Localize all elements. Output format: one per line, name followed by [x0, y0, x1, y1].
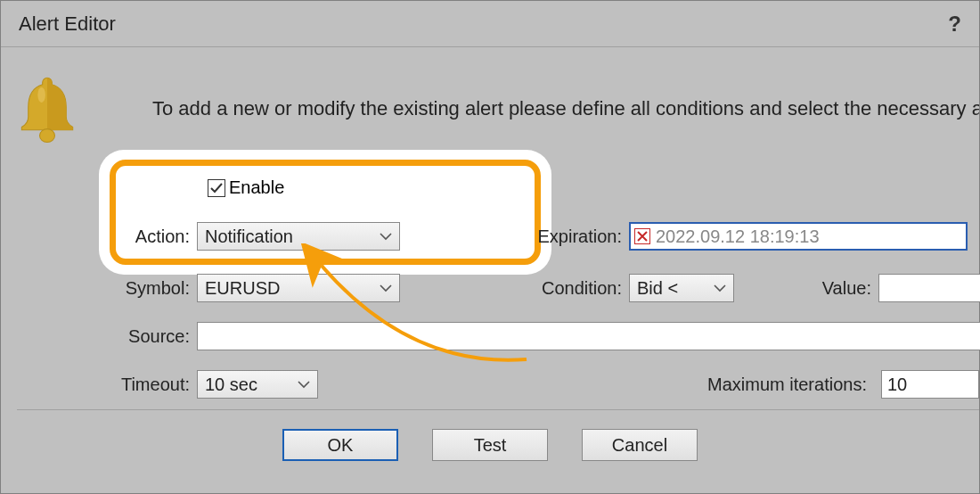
symbol-dropdown[interactable]: EURUSD [197, 274, 400, 302]
value-input[interactable] [878, 274, 980, 302]
timeout-dropdown[interactable]: 10 sec [197, 370, 318, 399]
maxiter-label: Maximum iterations: [707, 375, 874, 395]
maxiter-row: Maximum iterations: 10 [707, 370, 979, 399]
expiration-field[interactable]: 2022.09.12 18:19:13 [629, 222, 968, 251]
action-value: Notification [205, 226, 293, 247]
source-label: Source: [127, 326, 197, 347]
chevron-down-icon [298, 380, 310, 389]
symbol-label: Symbol: [121, 278, 197, 299]
condition-row: Condition: Bid < [536, 274, 734, 302]
content-area: To add a new or modify the existing aler… [1, 47, 979, 493]
expiration-clear-icon[interactable] [634, 228, 650, 244]
button-row: OK Test Cancel [1, 429, 979, 461]
window-title: Alert Editor [19, 12, 116, 36]
maxiter-input[interactable]: 10 [881, 370, 979, 399]
chevron-down-icon [714, 284, 726, 292]
intro-text: To add a new or modify the existing aler… [152, 97, 979, 120]
enable-checkbox-wrap: Enable [208, 177, 284, 198]
svg-point-0 [40, 129, 55, 143]
chevron-down-icon [380, 284, 392, 292]
action-row: Action: Notification [127, 222, 400, 251]
value-row: Value: [821, 274, 980, 302]
bell-icon [17, 74, 78, 145]
action-label: Action: [127, 226, 197, 247]
expiration-row: Expiration: 2022.09.12 18:19:13 [531, 222, 968, 251]
condition-dropdown[interactable]: Bid < [629, 274, 734, 302]
enable-row: Enable [208, 177, 284, 198]
annotation-highlight-bg [99, 150, 551, 275]
condition-value: Bid < [637, 278, 678, 299]
cancel-button[interactable]: Cancel [582, 429, 698, 461]
symbol-row: Symbol: EURUSD [121, 274, 400, 302]
source-row: Source: [127, 322, 980, 350]
help-button[interactable]: ? [948, 12, 961, 37]
symbol-value: EURUSD [205, 278, 280, 299]
test-button[interactable]: Test [432, 429, 548, 461]
maxiter-value: 10 [887, 375, 907, 395]
action-dropdown[interactable]: Notification [197, 222, 400, 251]
condition-label: Condition: [536, 278, 629, 299]
titlebar: Alert Editor ? [1, 1, 979, 47]
alert-editor-window: Alert Editor ? To add a new or modify th… [0, 0, 980, 494]
timeout-row: Timeout: 10 sec [111, 370, 318, 399]
value-label: Value: [821, 278, 878, 299]
expiration-label: Expiration: [531, 226, 629, 247]
enable-checkbox[interactable] [208, 179, 225, 197]
chevron-down-icon [380, 232, 392, 241]
divider [17, 409, 979, 410]
timeout-label: Timeout: [111, 375, 197, 395]
source-input[interactable] [197, 322, 980, 350]
enable-label: Enable [229, 177, 284, 198]
svg-point-1 [37, 87, 45, 103]
timeout-value: 10 sec [205, 375, 257, 395]
ok-button[interactable]: OK [282, 429, 398, 461]
expiration-value: 2022.09.12 18:19:13 [656, 226, 820, 247]
